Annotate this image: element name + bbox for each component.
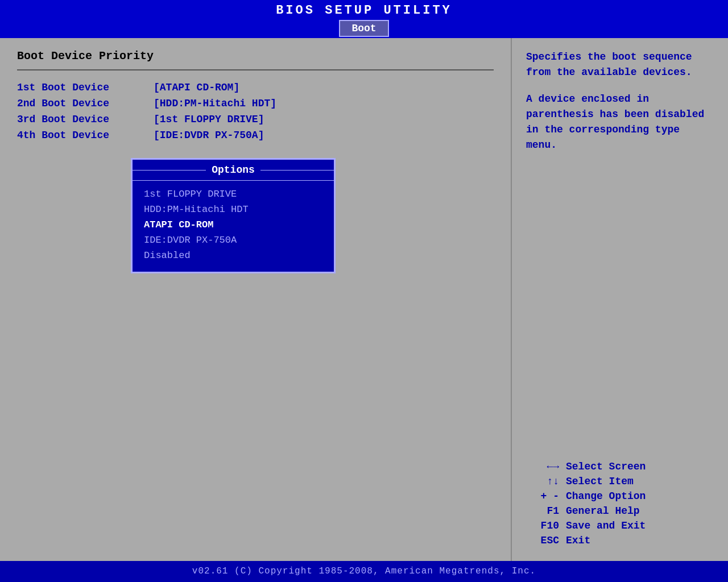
boot-entry[interactable]: 4th Boot Device[IDE:DVDR PX-750A] (17, 130, 494, 141)
keybind-action: Select Screen (566, 461, 646, 472)
right-panel: Specifies the boot sequence from the ava… (512, 38, 728, 561)
keybind-row: + -Change Option (526, 490, 714, 502)
boot-entry-label: 2nd Boot Device (17, 98, 154, 109)
keybind-key: + - (526, 490, 566, 502)
spacer (526, 164, 714, 461)
section-divider (17, 69, 494, 70)
options-item[interactable]: IDE:DVDR PX-750A (144, 232, 322, 248)
options-list: 1st FLOPPY DRIVEHDD:PM-Hitachi HDTATAPI … (133, 181, 334, 272)
help-text-1: Specifies the boot sequence from the ava… (526, 49, 714, 80)
keybind-row: F1General Help (526, 505, 714, 517)
section-title: Boot Device Priority (17, 49, 494, 63)
boot-entry[interactable]: 1st Boot Device[ATAPI CD-ROM] (17, 82, 494, 93)
options-item[interactable]: 1st FLOPPY DRIVE (144, 186, 322, 202)
keybind-key: F10 (526, 520, 566, 531)
footer-text: v02.61 (C) Copyright 1985-2008, American… (192, 566, 536, 576)
active-tab[interactable]: Boot (339, 20, 388, 37)
boot-entries: 1st Boot Device[ATAPI CD-ROM]2nd Boot De… (17, 82, 494, 141)
options-title: Options (206, 164, 260, 176)
keybind-action: General Help (566, 505, 640, 517)
bios-header: BIOS SETUP UTILITY Boot (0, 0, 728, 38)
left-panel: Boot Device Priority 1st Boot Device[ATA… (0, 38, 512, 561)
keybind-row: ←→Select Screen (526, 461, 714, 472)
keybind-action: Select Item (566, 476, 634, 487)
bios-title: BIOS SETUP UTILITY (0, 3, 728, 18)
options-header: Options (133, 160, 334, 181)
boot-entry-value: [IDE:DVDR PX-750A] (154, 130, 264, 141)
keybind-row: ↑↓Select Item (526, 476, 714, 487)
help-text-2: A device enclosed in parenthesis has bee… (526, 92, 714, 153)
keybind-key: ESC (526, 535, 566, 546)
footer: v02.61 (C) Copyright 1985-2008, American… (0, 561, 728, 581)
options-item[interactable]: HDD:PM-Hitachi HDT (144, 202, 322, 217)
keybind-action: Change Option (566, 490, 646, 502)
keybind-row: ESCExit (526, 535, 714, 546)
options-item[interactable]: Disabled (144, 248, 322, 263)
boot-entry-value: [HDD:PM-Hitachi HDT] (154, 98, 276, 109)
keybind-key: F1 (526, 505, 566, 517)
keybind-key: ←→ (526, 461, 566, 472)
boot-entry-value: [ATAPI CD-ROM] (154, 82, 239, 93)
boot-entry-value: [1st FLOPPY DRIVE] (154, 114, 264, 125)
boot-entry-label: 3rd Boot Device (17, 114, 154, 125)
keybind-action: Exit (566, 535, 590, 546)
options-item[interactable]: ATAPI CD-ROM (144, 217, 322, 232)
keybinds: ←→Select Screen↑↓Select Item+ -Change Op… (526, 461, 714, 550)
boot-entry-label: 1st Boot Device (17, 82, 154, 93)
main-content: Boot Device Priority 1st Boot Device[ATA… (0, 38, 728, 561)
options-popup: Options 1st FLOPPY DRIVEHDD:PM-Hitachi H… (131, 158, 336, 273)
keybind-key: ↑↓ (526, 476, 566, 487)
boot-entry[interactable]: 3rd Boot Device[1st FLOPPY DRIVE] (17, 114, 494, 125)
keybind-row: F10Save and Exit (526, 520, 714, 531)
boot-entry-label: 4th Boot Device (17, 130, 154, 141)
keybind-action: Save and Exit (566, 520, 646, 531)
boot-entry[interactable]: 2nd Boot Device[HDD:PM-Hitachi HDT] (17, 98, 494, 109)
